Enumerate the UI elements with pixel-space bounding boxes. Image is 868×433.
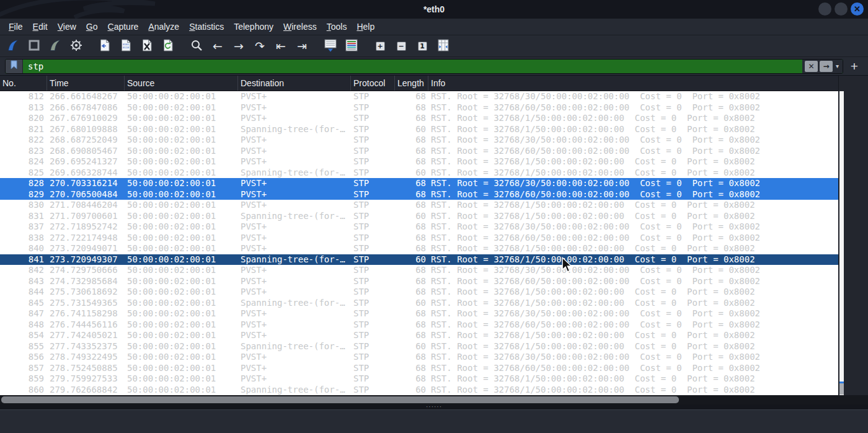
menu-tools[interactable]: Tools [322, 20, 352, 33]
packet-row-841[interactable]: 841273.72094930750:00:00:02:00:01Spannin… [0, 254, 839, 266]
horizontal-scrollbar-thumb[interactable] [1, 396, 679, 403]
display-filter-input[interactable] [23, 60, 802, 73]
packet-row-828[interactable]: 828270.70331621450:00:00:02:00:01PVST+ST… [0, 178, 839, 189]
resize-columns-button[interactable] [434, 37, 453, 55]
menu-telephony[interactable]: Telephony [229, 20, 278, 33]
packet-row-848[interactable]: 848276.74445611650:00:00:02:00:01PVST+ST… [0, 319, 839, 331]
vertical-scrollbar-track[interactable] [839, 91, 844, 396]
go-to-packet-button[interactable]: ↷ [250, 37, 269, 55]
close-file-button[interactable] [138, 37, 156, 55]
cell-length: 68 [395, 135, 428, 146]
vertical-scrollbar-thumb[interactable] [839, 382, 844, 395]
packet-row-824[interactable]: 824269.69524132750:00:00:02:00:01PVST+ST… [0, 156, 839, 167]
cell-info: RST. Root = 32768/1/50:00:00:02:00:00 Co… [428, 385, 839, 396]
resize-columns-icon [436, 38, 451, 54]
cell-length: 68 [395, 200, 428, 211]
go-back-button[interactable]: ← [208, 37, 227, 55]
packet-row-847[interactable]: 847276.74115829850:00:00:02:00:01PVST+ST… [0, 308, 839, 319]
capture-options-button[interactable] [67, 37, 86, 55]
cell-no: 856 [0, 352, 47, 363]
packet-row-825[interactable]: 825269.69632874450:00:00:02:00:01Spannin… [0, 167, 839, 179]
start-capture-button[interactable] [4, 37, 22, 55]
restart-capture-button[interactable] [46, 37, 64, 55]
go-forward-button[interactable]: → [229, 37, 248, 55]
cell-no: 837 [0, 221, 47, 233]
packet-row-831[interactable]: 831271.70970060150:00:00:02:00:01Spannin… [0, 211, 839, 222]
packet-row-859[interactable]: 859279.75992753350:00:00:02:00:01PVST+ST… [0, 373, 839, 385]
menu-view[interactable]: View [53, 20, 81, 33]
add-filter-button[interactable]: + [847, 59, 862, 74]
zoom-in-button[interactable]: + [371, 37, 389, 55]
packet-row-856[interactable]: 856278.74932249550:00:00:02:00:01PVST+ST… [0, 352, 839, 363]
packet-row-857[interactable]: 857278.75245088550:00:00:02:00:01PVST+ST… [0, 363, 839, 374]
go-last-packet-button[interactable]: ⇥ [293, 37, 311, 55]
packet-row-855[interactable]: 855277.74335237550:00:00:02:00:01Spannin… [0, 341, 839, 352]
menu-go[interactable]: Go [81, 20, 103, 33]
cell-info: RST. Root = 32768/30/50:00:00:02:00:00 C… [428, 352, 839, 363]
menu-analyze[interactable]: Analyze [143, 20, 184, 33]
clear-filter-button[interactable]: ✕ [805, 61, 818, 72]
packet-row-829[interactable]: 829270.70650048450:00:00:02:00:01PVST+ST… [0, 189, 839, 200]
menu-edit[interactable]: Edit [28, 20, 53, 33]
packet-row-842[interactable]: 842274.72975066650:00:00:02:00:01PVST+ST… [0, 265, 839, 276]
packet-row-837[interactable]: 837272.71895274250:00:00:02:00:01PVST+ST… [0, 221, 839, 233]
column-header-protocol[interactable]: Protocol [351, 76, 395, 91]
auto-scroll-icon [323, 38, 338, 54]
packet-row-813[interactable]: 813266.66784708650:00:00:02:00:01PVST+ST… [0, 102, 839, 114]
go-first-packet-button[interactable]: ⇤ [272, 37, 290, 55]
auto-scroll-button[interactable] [321, 37, 340, 55]
packet-row-844[interactable]: 844275.73061869250:00:00:02:00:01PVST+ST… [0, 287, 839, 298]
save-file-button[interactable]: 01010110 [117, 37, 135, 55]
column-header-time[interactable]: Time [47, 76, 125, 91]
cell-time: 270.706500484 [47, 189, 125, 200]
cell-source: 50:00:00:02:00:01 [125, 189, 238, 200]
cell-source: 50:00:00:02:00:01 [125, 221, 238, 233]
splitter-handle[interactable]: ······ [426, 404, 442, 409]
cell-time: 267.680109888 [47, 124, 125, 135]
open-file-button[interactable] [95, 37, 114, 55]
packet-row-812[interactable]: 812266.66164826750:00:00:02:00:01PVST+ST… [0, 91, 839, 102]
packet-row-860[interactable]: 860279.76266884250:00:00:02:00:01Spannin… [0, 385, 839, 396]
column-header-info[interactable]: Info [428, 76, 868, 91]
caret-down-icon: ▾ [836, 63, 839, 69]
menu-capture[interactable]: Capture [103, 20, 144, 33]
packet-row-845[interactable]: 845275.73154936550:00:00:02:00:01Spannin… [0, 298, 839, 309]
menu-statistics[interactable]: Statistics [184, 20, 229, 33]
pane-splitter[interactable]: ······ [0, 404, 868, 409]
find-packet-button[interactable] [187, 37, 206, 55]
cell-source: 50:00:00:02:00:01 [125, 211, 238, 222]
packet-row-830[interactable]: 830271.70844620450:00:00:02:00:01PVST+ST… [0, 200, 839, 211]
packet-row-822[interactable]: 822268.68725204950:00:00:02:00:01PVST+ST… [0, 135, 839, 146]
zoom-out-button[interactable]: − [392, 37, 410, 55]
menu-help[interactable]: Help [352, 20, 379, 33]
colorize-button[interactable] [342, 37, 361, 55]
filter-bookmarks-button[interactable] [6, 60, 23, 73]
packet-row-821[interactable]: 821267.68010988850:00:00:02:00:01Spannin… [0, 124, 839, 135]
cell-source: 50:00:00:02:00:01 [125, 341, 238, 352]
packet-row-823[interactable]: 823268.69080546750:00:00:02:00:01PVST+ST… [0, 146, 839, 157]
packet-row-838[interactable]: 838272.72217494850:00:00:02:00:01PVST+ST… [0, 233, 839, 244]
cell-length: 68 [395, 352, 428, 363]
filter-dropdown-button[interactable]: ▾ [835, 63, 840, 69]
close-button[interactable]: ✕ [851, 2, 864, 16]
cell-info: RST. Root = 32768/1/50:00:00:02:00:00 Co… [428, 254, 839, 266]
reload-file-button[interactable] [159, 37, 177, 55]
apply-filter-button[interactable]: → [820, 61, 833, 72]
cell-destination: Spanning-tree-(for-… [238, 167, 351, 179]
cell-length: 68 [395, 91, 428, 102]
packet-row-820[interactable]: 820267.67691002950:00:00:02:00:01PVST+ST… [0, 113, 839, 124]
column-header-no[interactable]: No. [0, 76, 47, 91]
minimize-button[interactable] [818, 2, 831, 16]
packet-row-854[interactable]: 854277.74240502150:00:00:02:00:01PVST+ST… [0, 330, 839, 341]
packet-row-843[interactable]: 843274.73298568450:00:00:02:00:01PVST+ST… [0, 276, 839, 287]
column-header-destination[interactable]: Destination [238, 76, 351, 91]
zoom-original-button[interactable]: 1 [413, 37, 432, 55]
vertical-scrollbar[interactable] [838, 76, 868, 404]
stop-capture-button[interactable] [25, 37, 43, 55]
maximize-button[interactable] [835, 2, 848, 16]
menu-wireless[interactable]: Wireless [278, 20, 322, 33]
column-header-source[interactable]: Source [125, 76, 238, 91]
column-header-length[interactable]: Length [395, 76, 428, 91]
packet-row-840[interactable]: 840273.72094907150:00:00:02:00:01PVST+ST… [0, 243, 839, 254]
menu-file[interactable]: File [4, 20, 28, 33]
